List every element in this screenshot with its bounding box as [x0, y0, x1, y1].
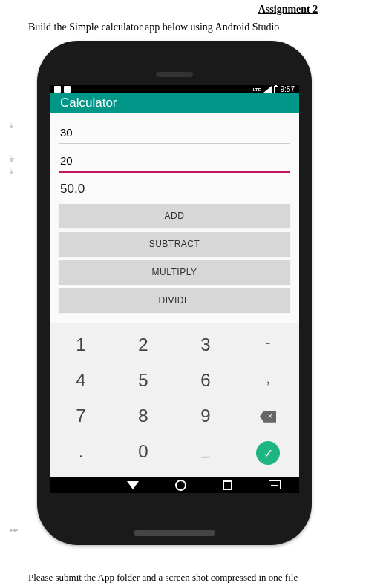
divide-button[interactable]: DIVIDE: [59, 288, 290, 312]
key-7[interactable]: 7: [50, 398, 112, 434]
calculator-content: 50.0 ADD SUBTRACT MULTIPLY DIVIDE: [50, 113, 299, 323]
key-6[interactable]: 6: [174, 363, 237, 398]
signal-icon: [263, 86, 272, 93]
assignment-title: Assignment 2: [0, 0, 383, 16]
key-3[interactable]: 3: [174, 327, 237, 363]
assignment-footer: Please submit the App folder and a scree…: [28, 572, 298, 584]
key-dot[interactable]: .: [50, 434, 112, 473]
battery-icon: [274, 86, 278, 93]
result-text: 50.0: [59, 179, 290, 204]
numeric-keypad: 1 2 3 - 4 5 6 , 7 8 9 × .: [50, 323, 299, 478]
key-9[interactable]: 9: [174, 398, 237, 434]
backspace-icon: ×: [260, 411, 276, 423]
app-bar: Calculator: [50, 93, 299, 112]
key-2[interactable]: 2: [112, 327, 174, 363]
phone-chin: [134, 530, 215, 536]
doc-artifact: ir: [10, 156, 14, 163]
key-4[interactable]: 4: [50, 363, 112, 398]
key-comma[interactable]: ,: [237, 363, 299, 398]
back-button[interactable]: [127, 481, 139, 489]
operand2-input[interactable]: [59, 150, 290, 173]
operand1-input[interactable]: [59, 122, 290, 144]
key-0[interactable]: 0: [112, 434, 174, 473]
add-button[interactable]: ADD: [59, 204, 290, 228]
phone-screen: LTE 9:57 Calculator 50.0 ADD SUBTRACT MU…: [50, 85, 299, 493]
notification-icon: [54, 86, 61, 93]
multiply-button[interactable]: MULTIPLY: [59, 260, 290, 284]
accept-key[interactable]: ✓: [237, 434, 299, 473]
key-5[interactable]: 5: [112, 363, 174, 398]
key-1[interactable]: 1: [50, 327, 112, 363]
backspace-key[interactable]: ×: [237, 398, 299, 434]
subtract-button[interactable]: SUBTRACT: [59, 232, 290, 256]
phone-speaker: [156, 72, 193, 77]
doc-artifact: ir: [10, 122, 14, 130]
app-title: Calculator: [60, 96, 117, 110]
key-minus[interactable]: -: [237, 327, 299, 363]
keyboard-switch-icon[interactable]: [269, 480, 281, 489]
notification-icon: [64, 86, 71, 93]
clock-time: 9:57: [281, 85, 295, 93]
key-space[interactable]: _: [174, 434, 237, 473]
check-icon: ✓: [256, 441, 280, 465]
key-8[interactable]: 8: [112, 398, 174, 434]
navigation-bar: [50, 477, 299, 493]
phone-mockup: LTE 9:57 Calculator 50.0 ADD SUBTRACT MU…: [37, 41, 312, 545]
status-bar: LTE 9:57: [50, 85, 299, 93]
recent-apps-button[interactable]: [223, 480, 232, 490]
doc-artifact: ee: [10, 526, 18, 534]
home-button[interactable]: [175, 480, 186, 491]
assignment-instruction: Build the Simple calculator app below us…: [0, 16, 383, 33]
doc-artifact: ir: [10, 168, 14, 176]
lte-indicator: LTE: [253, 87, 261, 92]
